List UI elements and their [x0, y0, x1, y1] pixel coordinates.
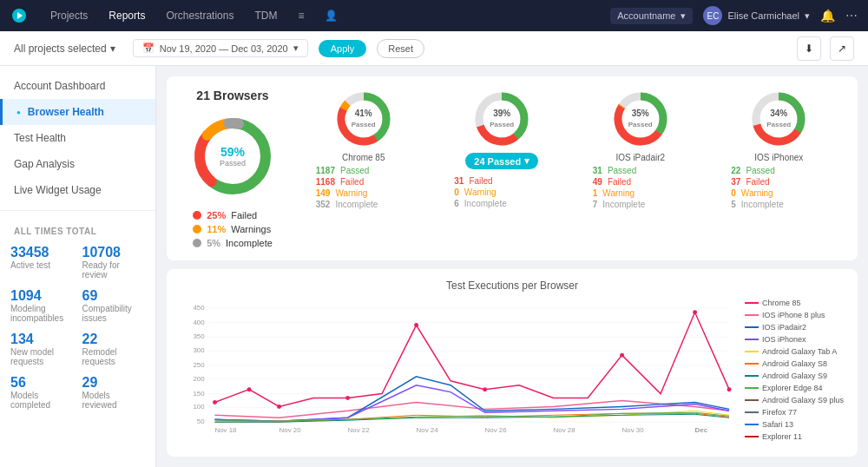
edge84-legend-line [745, 387, 759, 389]
iphone8-donut-label: 39%Passed [490, 109, 514, 129]
date-range-icon: 📅 [142, 43, 155, 54]
chrome85-incomplete: 352 [316, 200, 331, 209]
project-chevron: ▾ [110, 43, 115, 55]
main-donut-label: 59% Passed [220, 145, 246, 168]
settings-icon[interactable]: ⋯ [845, 9, 858, 23]
ipadair2-failed-label: Failed [608, 177, 631, 187]
notifications-icon[interactable]: 🔔 [820, 9, 835, 23]
iphonex-donut: 34%Passed [748, 89, 809, 149]
sidebar-item-gap-analysis[interactable]: Gap Analysis [0, 151, 155, 177]
chart-svg: 450 400 350 300 250 200 150 100 50 [181, 299, 738, 433]
iphonex-passed-row: 22 Passed [731, 166, 826, 175]
svg-text:150: 150 [193, 390, 205, 398]
download-button[interactable]: ⬇ [797, 36, 821, 61]
chrome85-failed-label: Failed [340, 177, 364, 187]
svg-point-53 [277, 405, 281, 409]
iphone8-warning-label: Warning [464, 187, 496, 197]
iphone8-warning-row: 0 Warning [454, 187, 549, 197]
svg-text:Dec: Dec [695, 426, 708, 433]
nav-orchestrations[interactable]: Orchestrations [157, 6, 242, 25]
project-select[interactable]: All projects selected ▾ [14, 43, 115, 55]
ipadair2-donut: 35%Passed [610, 89, 671, 149]
stat-models-reviewed: 29 Models reviewed [82, 375, 146, 410]
chart-area: 450 400 350 300 250 200 150 100 50 [181, 299, 844, 441]
stat-modeling-incompatibles: 1094 Modeling incompatibles [10, 288, 74, 323]
ipadair2-stats: 31 Passed 49 Failed 1 Warning 7 [593, 166, 688, 209]
account-name: Accountname [617, 10, 675, 21]
legend-edge84: Explorer Edge 84 [745, 384, 844, 392]
legend-galaxy-s8: Android Galaxy S8 [745, 359, 844, 368]
legend-explorer11: Explorer 11 [745, 432, 844, 441]
stat-compatibility: 69 Compatibility issues [82, 288, 146, 323]
svg-point-58 [693, 310, 697, 314]
legend-galaxy-s9: Android Galaxy S9 [745, 372, 844, 380]
svg-point-52 [247, 387, 252, 391]
user-menu[interactable]: EC Elise Carmichael ▾ [703, 6, 810, 25]
account-selector[interactable]: Accountname ▾ [610, 8, 693, 24]
galaxy-s9plus-legend-line [745, 399, 759, 401]
main-content: 21 Browsers [156, 66, 868, 467]
browser-chrome85: 41%Passed Chrome 85 1187 Passed 1168 Fai… [299, 89, 429, 209]
iphonex-donut-label: 34%Passed [766, 109, 791, 129]
iphonex-failed-label: Failed [746, 177, 769, 187]
sidebar-item-test-health[interactable]: Test Health [0, 125, 155, 151]
ipadair2-incomplete-label: Incomplete [602, 200, 645, 209]
legend-incomplete: 5% Incomplete [193, 238, 273, 248]
date-range-picker[interactable]: 📅 Nov 19, 2020 — Dec 03, 2020 ▾ [133, 39, 308, 57]
stat-grid: 33458 Active test 10708 Ready for review… [10, 245, 145, 410]
svg-text:Nov 30: Nov 30 [622, 426, 645, 433]
iphone8-warning: 0 [454, 187, 459, 197]
iphone8-failed-label: Failed [469, 176, 492, 186]
svg-text:Nov 28: Nov 28 [554, 426, 576, 433]
chrome85-stats: 1187 Passed 1168 Failed 149 Warning 35 [316, 166, 411, 209]
user-chevron: ▾ [805, 10, 810, 22]
legend-iphone8: IOS iPhone 8 plus [745, 311, 844, 319]
iphone8-stats: 31 Failed 0 Warning 6 Incomplete [454, 176, 549, 208]
chrome85-donut: 41%Passed [333, 89, 394, 149]
nav-right: Accountname ▾ EC Elise Carmichael ▾ 🔔 ⋯ [610, 6, 858, 25]
svg-text:Nov 18: Nov 18 [215, 426, 238, 433]
sidebar: Account Dashboard ● Browser Health Test … [0, 66, 156, 467]
nav-projects[interactable]: Projects [42, 6, 96, 25]
iphonex-warning-label: Warning [741, 188, 773, 198]
nav-tdm[interactable]: TDM [246, 6, 286, 25]
reset-button[interactable]: Reset [377, 39, 424, 58]
iphone8-incomplete: 6 [454, 199, 459, 208]
legend-safari13: Safari 13 [745, 420, 844, 429]
top-nav: Projects Reports Orchestrations TDM ≡ 👤 … [0, 0, 868, 31]
nav-grid[interactable]: ≡ [289, 6, 312, 25]
iphonex-incomplete-label: Incomplete [741, 200, 784, 209]
ipadair2-donut-label: 35%Passed [628, 109, 653, 129]
svg-text:400: 400 [193, 319, 205, 326]
iphonex-name: IOS iPhonex [754, 153, 803, 162]
nav-user-icon[interactable]: 👤 [316, 6, 346, 25]
svg-text:Nov 20: Nov 20 [279, 426, 302, 433]
sidebar-item-live-widget[interactable]: Live Widget Usage [0, 177, 155, 203]
chrome85-warning-label: Warning [335, 188, 367, 198]
chrome85-incomplete-label: Incomplete [335, 200, 378, 209]
sidebar-stats: ALL TIMES TOTAL 33458 Active test 10708 … [0, 218, 155, 418]
sidebar-item-account-dashboard[interactable]: Account Dashboard [0, 73, 155, 99]
legend-iphonex: IOS iPhonex [745, 335, 844, 344]
stats-section-label: ALL TIMES TOTAL [10, 227, 145, 236]
iphonex-stats: 22 Passed 37 Failed 0 Warning 5 [731, 166, 826, 209]
account-chevron: ▾ [681, 10, 686, 22]
chart-legend: Chrome 85 IOS iPhone 8 plus IOS iPadair2… [745, 299, 844, 441]
sidebar-item-browser-health[interactable]: ● Browser Health [0, 99, 155, 125]
chrome85-warning-row: 149 Warning [316, 188, 411, 198]
iphonex-warning: 0 [731, 188, 736, 198]
iphone8-incomplete-row: 6 Incomplete [454, 199, 549, 208]
svg-text:Nov 26: Nov 26 [485, 426, 508, 433]
legend-chrome85: Chrome 85 [745, 299, 844, 307]
chrome85-warning: 149 [316, 188, 331, 198]
iphone8-active-badge[interactable]: 24 Passed ▾ [465, 153, 538, 169]
share-button[interactable]: ↗ [830, 36, 854, 61]
ipadair2-failed-row: 49 Failed [593, 177, 688, 187]
ipadair2-warning: 1 [593, 188, 598, 198]
bh-legend: 25% Failed 11% Warnings 5% Incomplete [193, 210, 273, 248]
chrome85-incomplete-row: 352 Incomplete [316, 200, 411, 209]
apply-button[interactable]: Apply [319, 40, 367, 57]
nav-reports[interactable]: Reports [100, 6, 154, 25]
ipadair2-name: IOS iPadair2 [615, 153, 665, 162]
filter-icons: ⬇ ↗ [797, 36, 854, 61]
